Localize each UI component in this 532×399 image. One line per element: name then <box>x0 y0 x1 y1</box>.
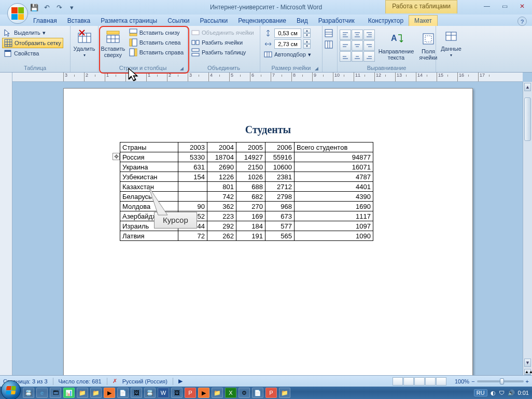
taskbar-item[interactable]: 📁 <box>90 388 102 398</box>
svg-rect-23 <box>192 40 195 45</box>
merge-icon <box>191 28 200 37</box>
taskbar-item[interactable]: 📊 <box>63 388 75 398</box>
taskbar-item[interactable]: W <box>158 388 169 398</box>
horizontal-ruler[interactable]: 3211234567891011121314151617 <box>12 73 523 82</box>
select-button[interactable]: Выделить ▾ <box>2 28 63 37</box>
dialog-launcher-icon[interactable]: ◢ <box>179 66 184 71</box>
alignment-grid[interactable] <box>340 30 375 62</box>
scroll-thumb[interactable] <box>524 97 531 141</box>
taskbar-item[interactable]: P <box>185 388 196 398</box>
tab-view[interactable]: Вид <box>291 16 313 26</box>
taskbar-item[interactable]: 📄 <box>117 388 129 398</box>
tab-review[interactable]: Рецензирование <box>233 16 291 26</box>
minimize-button[interactable]: — <box>480 2 494 10</box>
scroll-down-icon[interactable]: ▼ <box>524 359 531 367</box>
scroll-up-icon[interactable]: ▲ <box>524 83 531 91</box>
status-language[interactable]: Русский (Россия) <box>122 378 167 384</box>
tab-layout[interactable]: Макет <box>409 15 438 26</box>
view-buttons[interactable] <box>393 377 446 386</box>
taskbar-item[interactable]: 📁 <box>212 388 223 398</box>
dialog-launcher-icon[interactable]: ◢ <box>314 66 319 71</box>
height-spinner[interactable]: ▲▼ <box>303 28 311 38</box>
taskbar-item[interactable]: P <box>265 388 277 398</box>
taskbar-item[interactable]: 🗔 <box>50 388 61 398</box>
cursor-icon <box>4 28 12 37</box>
taskbar-item[interactable]: 🖼 <box>131 388 142 398</box>
zoom-out-icon[interactable]: − <box>471 378 474 384</box>
prev-page-icon[interactable]: ▲▲ <box>524 369 531 375</box>
col-width-field[interactable]: ▲▼ <box>262 39 313 49</box>
split-cells-button[interactable]: Разбить ячейки <box>190 38 256 47</box>
tab-home[interactable]: Главная <box>28 16 62 26</box>
insert-below-button[interactable]: Вставить снизу <box>128 28 185 37</box>
split-table-button[interactable]: Разбить таблицу <box>190 48 256 57</box>
row-height-field[interactable]: ▲▼ <box>262 28 313 38</box>
delete-button[interactable]: Удалить▾ <box>73 27 96 59</box>
svg-rect-15 <box>107 31 119 34</box>
taskbar-item[interactable]: 📄 <box>252 388 263 398</box>
macro-record-icon[interactable]: ▶ <box>178 378 183 384</box>
language-indicator[interactable]: RU <box>474 389 487 396</box>
tab-developer[interactable]: Разработчик <box>313 16 360 26</box>
spellcheck-icon[interactable]: ✗ <box>113 378 117 384</box>
tab-insert[interactable]: Вставка <box>62 16 96 26</box>
row-height-input[interactable] <box>274 28 301 38</box>
zoom-level[interactable]: 100% <box>455 378 469 384</box>
tray-icon[interactable]: 🔊 <box>508 390 515 396</box>
taskbar-item[interactable]: 📇 <box>144 388 156 398</box>
start-button[interactable] <box>1 380 21 399</box>
col-width-input[interactable] <box>274 39 301 49</box>
window-title: Интернет-университет - Microsoft Word <box>210 4 322 11</box>
svg-rect-27 <box>264 52 272 57</box>
office-button[interactable] <box>7 3 28 24</box>
system-tray[interactable]: RU ◐ 🛡 🔊 0:01 <box>474 389 532 396</box>
properties-icon <box>4 49 12 58</box>
text-direction-button[interactable]: A Направление текста <box>378 30 414 62</box>
redo-icon[interactable]: ↷ <box>54 2 64 12</box>
tab-page-layout[interactable]: Разметка страницы <box>95 16 162 26</box>
properties-button[interactable]: Свойства <box>2 49 63 58</box>
autofit-button[interactable]: Автоподбор ▾ <box>262 50 313 59</box>
taskbar-item[interactable]: 📁 <box>77 388 88 398</box>
undo-icon[interactable]: ↶ <box>41 2 52 12</box>
help-icon[interactable]: ? <box>517 17 527 26</box>
document-viewport[interactable]: Студенты ✥ Страны2003200420052006Всего с… <box>12 82 523 388</box>
zoom-slider[interactable] <box>477 380 524 382</box>
rows-cols-group-label: Строки и столбцы◢ <box>101 64 185 72</box>
taskbar-item[interactable]: X <box>225 388 236 398</box>
taskbar-item[interactable]: ⚙ <box>239 388 250 398</box>
distribute-rows-icon[interactable] <box>325 29 333 37</box>
maximize-button[interactable]: ▭ <box>498 2 511 10</box>
clock[interactable]: 0:01 <box>518 390 529 396</box>
qat-customize-icon[interactable]: ▾ <box>66 2 77 12</box>
distribute-cols-icon[interactable] <box>325 40 333 49</box>
insert-right-button[interactable]: Вставить справа <box>128 48 185 57</box>
taskbar-item[interactable]: 📁 <box>279 388 290 398</box>
taskbar-item[interactable]: ▶ <box>104 388 115 398</box>
vertical-ruler[interactable] <box>0 73 12 388</box>
tray-icon[interactable]: 🛡 <box>499 390 505 396</box>
table-move-handle[interactable]: ✥ <box>113 153 120 160</box>
width-spinner[interactable]: ▲▼ <box>303 39 311 49</box>
tab-mailings[interactable]: Рассылки <box>194 16 233 26</box>
view-gridlines-button[interactable]: Отобразить сетку <box>2 38 63 48</box>
taskbar-item[interactable]: ▶ <box>198 388 209 398</box>
tab-design[interactable]: Конструктор <box>363 16 409 26</box>
status-words[interactable]: Число слов: 681 <box>59 378 102 384</box>
close-button[interactable]: ✕ <box>515 2 529 10</box>
save-icon[interactable]: 💾 <box>29 2 39 12</box>
vertical-scrollbar[interactable]: ▲ ▼ ▲▲●▼▼ <box>523 82 532 388</box>
tray-icon[interactable]: ◐ <box>491 390 496 396</box>
insert-above-button[interactable]: Вставить сверху <box>101 27 125 59</box>
height-icon <box>264 29 272 37</box>
taskbar-item[interactable]: 📇 <box>23 388 34 398</box>
svg-rect-19 <box>130 39 132 46</box>
zoom-in-icon[interactable]: + <box>526 378 529 384</box>
data-button[interactable]: Данные▾ <box>438 27 464 59</box>
quick-access-toolbar: 💾 ↶ ↷ ▾ <box>29 0 77 15</box>
insert-above-icon <box>105 28 121 45</box>
tab-references[interactable]: Ссылки <box>162 16 194 26</box>
taskbar-item[interactable]: e <box>36 388 48 398</box>
insert-left-button[interactable]: Вставить слева <box>128 38 185 47</box>
taskbar-item[interactable]: 🖼 <box>171 388 183 398</box>
